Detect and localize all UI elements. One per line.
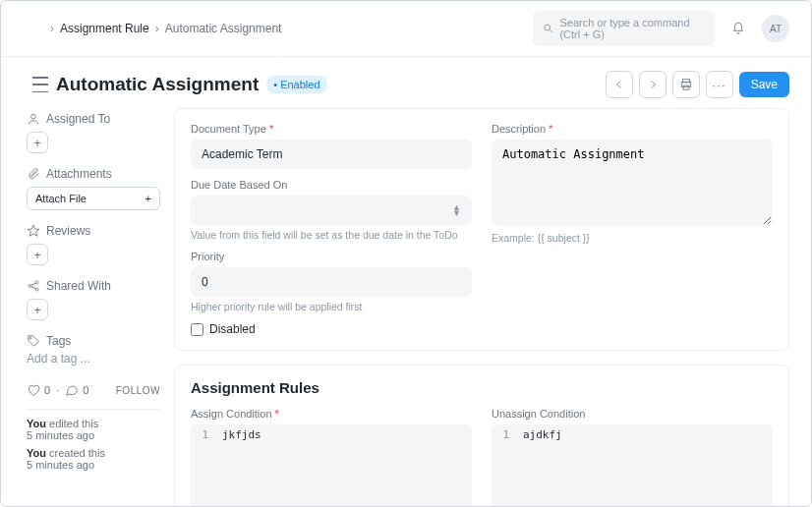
rules-card: Assignment Rules Assign Condition 1jkfjd…: [174, 365, 789, 507]
avatar[interactable]: AT: [762, 15, 789, 42]
attachment-icon: [27, 167, 40, 181]
chevron-right-icon: [646, 78, 660, 91]
due-date-help: Value from this field will be set as the…: [191, 229, 472, 241]
search-icon: [543, 22, 553, 35]
menu-button[interactable]: ···: [706, 71, 733, 98]
sidebar: Assigned To + Attachments Attach File+ R…: [27, 108, 160, 507]
description-label: Description: [492, 123, 773, 135]
document-type-label: Document Type: [191, 123, 472, 135]
breadcrumb-current: Automatic Assignment: [165, 22, 282, 35]
breadcrumb: › Assignment Rule › Automatic Assignment: [50, 22, 533, 35]
chevron-right-icon: ›: [50, 22, 54, 35]
svg-marker-6: [28, 225, 39, 236]
chevron-right-icon: ›: [155, 22, 159, 35]
assigned-to-label: Assigned To: [27, 112, 160, 126]
document-type-field[interactable]: Academic Term: [191, 140, 472, 169]
attach-file-button[interactable]: Attach File+: [27, 187, 160, 210]
chevron-left-icon: [612, 78, 626, 91]
svg-line-11: [31, 287, 36, 289]
add-share-button[interactable]: +: [27, 299, 48, 320]
page-title: Automatic Assignment: [56, 74, 259, 95]
shared-with-label: Shared With: [27, 279, 160, 293]
assign-condition-code[interactable]: 1jkfjds: [191, 424, 472, 507]
add-tag-button[interactable]: Add a tag ...: [27, 352, 160, 366]
due-date-label: Due Date Based On: [191, 179, 472, 191]
description-help: Example: {{ subject }}: [492, 232, 773, 244]
main-content: Document Type Academic Term Due Date Bas…: [174, 108, 789, 507]
svg-point-12: [29, 337, 31, 339]
sidebar-toggle[interactable]: [32, 77, 48, 92]
svg-line-1: [550, 29, 551, 31]
due-date-select[interactable]: ▲▼: [191, 196, 472, 225]
ellipsis-icon: ···: [713, 78, 726, 92]
status-badge: • Enabled: [266, 76, 326, 93]
user-icon: [27, 112, 40, 126]
audit-entry: You created this 5 minutes ago: [27, 447, 160, 471]
add-assignee-button[interactable]: +: [27, 132, 48, 153]
next-button[interactable]: [639, 71, 667, 98]
comment-icon[interactable]: [65, 383, 79, 397]
unassign-condition-code[interactable]: 1ajdkfj: [492, 424, 773, 507]
svg-line-10: [31, 283, 36, 285]
svg-rect-4: [683, 85, 689, 89]
disabled-checkbox[interactable]: [191, 323, 203, 336]
rules-title: Assignment Rules: [191, 379, 773, 396]
bell-icon: [731, 22, 745, 35]
star-icon: [27, 224, 40, 238]
priority-help: Higher priority rule will be applied fir…: [191, 301, 472, 312]
topbar: › Assignment Rule › Automatic Assignment…: [1, 1, 811, 57]
follow-button[interactable]: FOLLOW: [116, 385, 160, 396]
save-button[interactable]: Save: [739, 72, 789, 97]
svg-point-0: [545, 25, 551, 30]
breadcrumb-parent[interactable]: Assignment Rule: [60, 22, 149, 35]
select-arrows-icon: ▲▼: [452, 204, 461, 216]
tags-label: Tags: [27, 334, 160, 348]
likes-count: 0: [44, 384, 50, 396]
share-icon: [27, 279, 40, 293]
svg-point-5: [31, 114, 36, 119]
comments-count: 0: [83, 384, 88, 396]
unassign-condition-label: Unassign Condition: [492, 408, 773, 420]
heart-icon[interactable]: [27, 383, 40, 397]
svg-rect-2: [682, 80, 689, 83]
notifications-button[interactable]: [725, 15, 752, 42]
add-review-button[interactable]: +: [27, 244, 48, 265]
print-button[interactable]: [672, 71, 700, 98]
assign-condition-label: Assign Condition: [191, 408, 472, 420]
priority-label: Priority: [191, 251, 472, 262]
svg-point-8: [35, 281, 38, 284]
attachments-label: Attachments: [27, 167, 160, 181]
svg-point-9: [35, 288, 38, 291]
form-card: Document Type Academic Term Due Date Bas…: [174, 108, 789, 351]
audit-entry: You edited this 5 minutes ago: [27, 418, 160, 441]
printer-icon: [679, 78, 693, 91]
prev-button[interactable]: [606, 71, 633, 98]
search-input[interactable]: Search or type a command (Ctrl + G): [533, 11, 715, 46]
svg-point-7: [29, 285, 31, 288]
disabled-label: Disabled: [209, 322, 256, 336]
description-field[interactable]: [492, 140, 773, 226]
tag-icon: [27, 334, 40, 348]
page-header: Automatic Assignment • Enabled ··· Save: [1, 57, 811, 108]
priority-field[interactable]: 0: [191, 267, 472, 297]
reviews-label: Reviews: [27, 224, 160, 238]
